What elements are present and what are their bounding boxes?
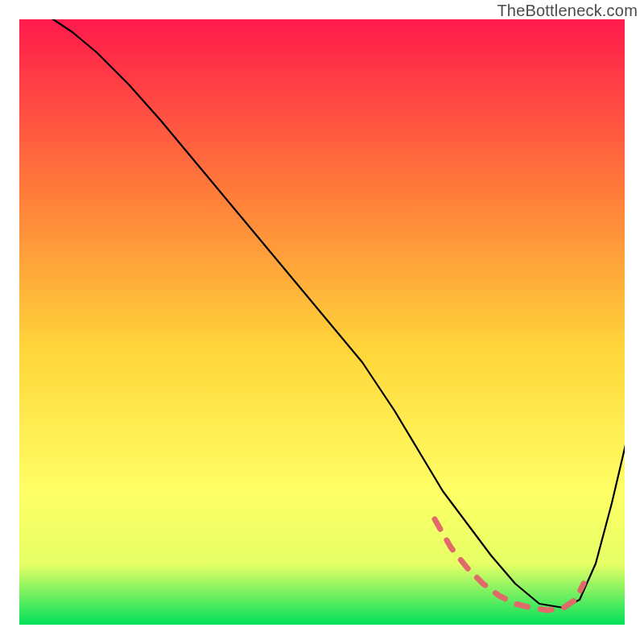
gradient-background (19, 19, 625, 625)
chart-stage: TheBottleneck.com (0, 0, 644, 644)
watermark-text: TheBottleneck.com (497, 2, 638, 20)
bottleneck-chart (0, 0, 644, 644)
